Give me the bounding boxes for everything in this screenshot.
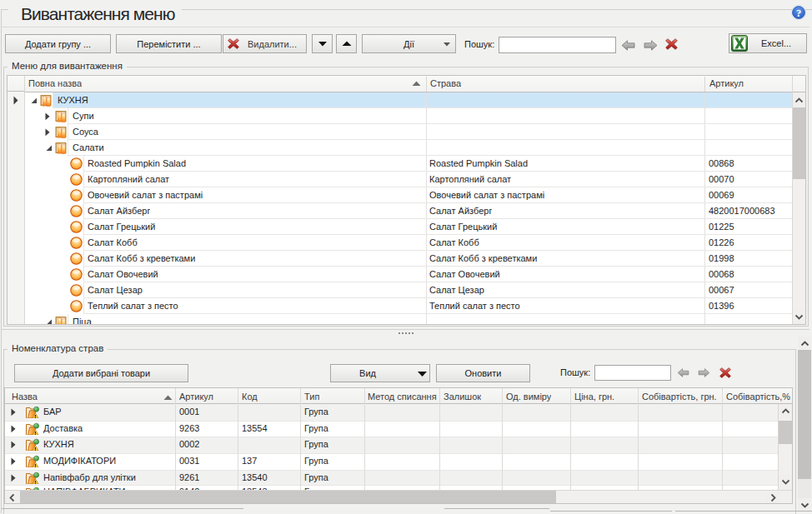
svg-text:?: ?: [796, 7, 801, 19]
